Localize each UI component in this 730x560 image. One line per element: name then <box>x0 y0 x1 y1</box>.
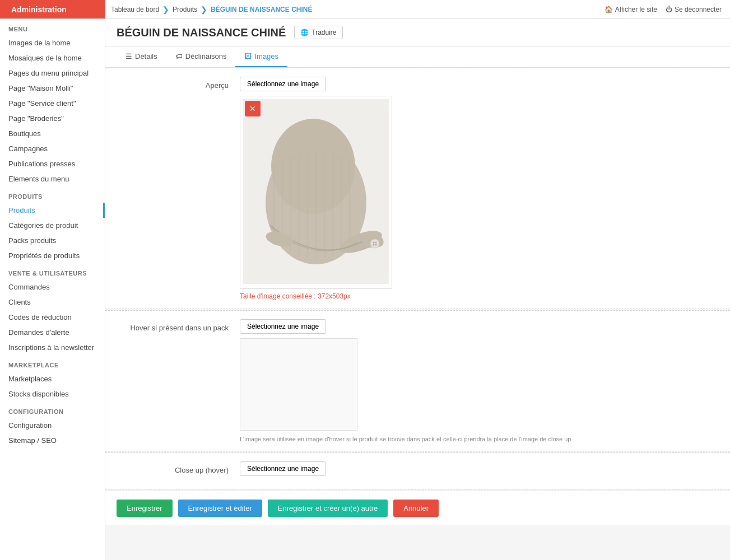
translate-button[interactable]: 🌐 Traduire <box>294 26 342 39</box>
svg-point-18 <box>373 244 375 246</box>
breadcrumb-item-3: BÉGUIN DE NAISSANCE CHINÉ <box>211 6 312 13</box>
sidebar-item-commandes[interactable]: Commandes <box>0 279 105 295</box>
product-image <box>243 99 389 284</box>
hover-description: L'image sera utilisée en image d'hover s… <box>240 436 576 442</box>
closeup-section: Close up (hover) Sélectionnez une image <box>105 452 730 489</box>
sidebar-item-demandes-alerte[interactable]: Demandes d'alerte <box>0 325 105 340</box>
image-preview-apercu: ✕ <box>240 96 392 289</box>
sidebar-item-marketplaces[interactable]: Marketplaces <box>0 371 105 386</box>
sidebar-item-pages-menu[interactable]: Pages du menu principal <box>0 66 105 81</box>
sidebar: MENU Images de la home Mosaiques de la h… <box>0 19 105 560</box>
sidebar-item-configuration[interactable]: Configuration <box>0 418 105 433</box>
sidebar-item-categories[interactable]: Catégories de produit <box>0 218 105 233</box>
closeup-label: Close up (hover) <box>117 461 229 474</box>
sidebar-item-newsletter[interactable]: Inscriptions à la newsletter <box>0 340 105 355</box>
sidebar-item-clients[interactable]: Clients <box>0 295 105 310</box>
breadcrumb: Tableau de bord ❯ Produits ❯ BÉGUIN DE N… <box>105 5 605 14</box>
main-content: BÉGUIN DE NAISSANCE CHINÉ 🌐 Traduire ☰ D… <box>105 19 730 560</box>
produits-section-title: PRODUITS <box>0 186 105 203</box>
sidebar-item-sitemap[interactable]: Sitemap / SEO <box>0 433 105 448</box>
header-actions: 🏠 Afficher le site ⏻ Se déconnecter <box>605 6 730 13</box>
sidebar-item-maison-molli[interactable]: Page "Maison Molli" <box>0 81 105 96</box>
vente-section-title: VENTE & UTILISATEURS <box>0 263 105 279</box>
globe-icon: 🌐 <box>300 29 309 36</box>
select-image-button-hover[interactable]: Sélectionnez une image <box>240 319 326 334</box>
svg-point-17 <box>375 242 377 244</box>
apercu-section: Aperçu Sélectionnez une image ✕ <box>105 68 730 309</box>
svg-point-2 <box>271 119 355 214</box>
select-image-button-apercu[interactable]: Sélectionnez une image <box>240 77 326 91</box>
logout-icon: ⏻ <box>666 6 672 13</box>
hover-control: Sélectionnez une image L'image sera util… <box>240 319 719 442</box>
image-size-value: 372x503px <box>318 292 351 300</box>
home-icon: 🏠 <box>605 6 613 13</box>
hover-image-preview <box>240 338 357 431</box>
marketplace-section-title: MARKETPLACE <box>0 355 105 371</box>
svg-point-16 <box>373 242 375 244</box>
sidebar-item-packs[interactable]: Packs produits <box>0 233 105 248</box>
tab-declinaisons[interactable]: 🏷 Déclinaisons <box>166 46 236 67</box>
sidebar-item-service-client[interactable]: Page "Service client" <box>0 96 105 111</box>
page-title: BÉGUIN DE NAISSANCE CHINÉ <box>117 26 286 39</box>
tag-icon: 🏷 <box>175 52 183 60</box>
apercu-label: Aperçu <box>117 77 229 90</box>
image-icon: 🖼 <box>244 52 252 60</box>
sidebar-item-images-home[interactable]: Images de la home <box>0 35 105 50</box>
tab-content: Aperçu Sélectionnez une image ✕ <box>105 68 730 525</box>
layout: MENU Images de la home Mosaiques de la h… <box>0 19 730 560</box>
breadcrumb-sep-1: ❯ <box>162 5 169 14</box>
tab-details[interactable]: ☰ Détails <box>117 46 166 67</box>
save-create-button[interactable]: Enregistrer et créer un(e) autre <box>268 500 388 517</box>
sidebar-item-proprietes[interactable]: Propriétés de produits <box>0 248 105 263</box>
menu-section-title: MENU <box>0 19 105 35</box>
tabs-bar: ☰ Détails 🏷 Déclinaisons 🖼 Images <box>105 46 730 68</box>
form-actions: Enregistrer Enregistrer et éditer Enregi… <box>105 491 730 525</box>
image-size-hint: Taille d'image conseillée : 372x503px <box>240 292 719 300</box>
sidebar-item-elements-menu[interactable]: Elements du menu <box>0 171 105 186</box>
sidebar-item-publications[interactable]: Publications presses <box>0 156 105 171</box>
closeup-control: Sélectionnez une image <box>240 461 719 480</box>
breadcrumb-sep-2: ❯ <box>201 5 207 14</box>
view-site-link[interactable]: 🏠 Afficher le site <box>605 6 657 13</box>
sidebar-item-boutiques[interactable]: Boutiques <box>0 126 105 141</box>
cancel-button[interactable]: Annuler <box>393 500 439 517</box>
header: Administration Tableau de bord ❯ Produit… <box>0 0 730 19</box>
logout-link[interactable]: ⏻ Se déconnecter <box>666 6 722 13</box>
sidebar-item-campagnes[interactable]: Campagnes <box>0 141 105 156</box>
sidebar-item-codes-reduction[interactable]: Codes de réduction <box>0 310 105 325</box>
page-header: BÉGUIN DE NAISSANCE CHINÉ 🌐 Traduire <box>105 19 730 46</box>
hover-section: Hover si présent dans un pack Sélectionn… <box>105 310 730 451</box>
brand-title: Administration <box>11 5 67 14</box>
svg-point-19 <box>375 244 377 246</box>
breadcrumb-item-1[interactable]: Tableau de bord <box>111 6 159 13</box>
save-edit-button[interactable]: Enregistrer et éditer <box>178 500 262 517</box>
tab-images[interactable]: 🖼 Images <box>235 46 287 67</box>
remove-image-button[interactable]: ✕ <box>245 101 261 116</box>
select-image-button-closeup[interactable]: Sélectionnez une image <box>240 461 326 476</box>
save-button[interactable]: Enregistrer <box>117 500 173 517</box>
svg-point-15 <box>370 239 379 248</box>
sidebar-item-broderies[interactable]: Page "Broderies" <box>0 111 105 126</box>
brand-logo: Administration <box>0 0 105 18</box>
apercu-control: Sélectionnez une image ✕ <box>240 77 719 300</box>
sidebar-item-produits[interactable]: Produits <box>0 203 105 218</box>
config-section-title: CONFIGURATION <box>0 402 105 418</box>
hover-label: Hover si présent dans un pack <box>117 319 229 332</box>
list-icon: ☰ <box>125 52 132 60</box>
breadcrumb-item-2[interactable]: Produits <box>173 6 197 13</box>
sidebar-item-stocks[interactable]: Stocks disponibles <box>0 386 105 402</box>
sidebar-item-mosaiques[interactable]: Mosaiques de la home <box>0 50 105 66</box>
